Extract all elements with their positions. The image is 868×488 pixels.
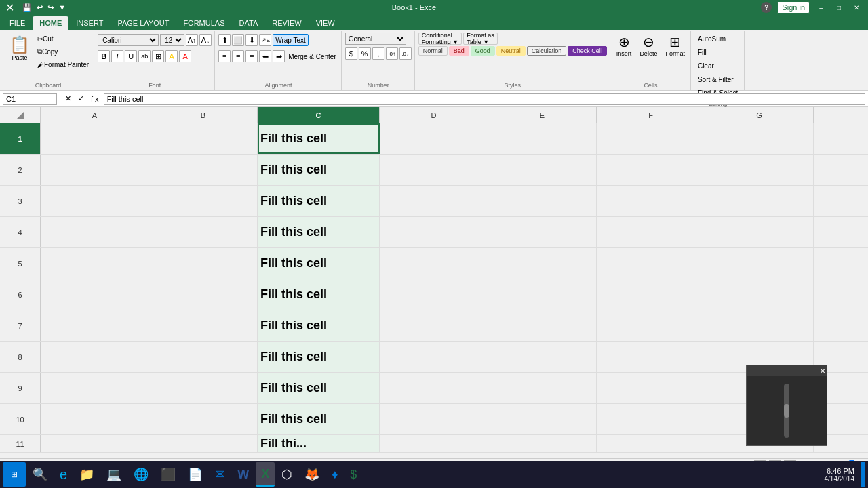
cell-d5[interactable] [380,248,488,279]
cell-f9[interactable] [597,373,705,403]
cell-d10[interactable] [380,404,488,434]
maximize-button[interactable]: □ [833,2,845,13]
cell-d4[interactable] [380,217,488,247]
formula-input[interactable] [104,93,865,105]
tab-view[interactable]: VIEW [309,16,342,30]
format-as-table-button[interactable]: Format asTable ▼ [463,33,498,45]
help-button[interactable]: ? [761,2,772,13]
cell-c3[interactable]: Fill this cell [258,186,380,216]
delete-cells-button[interactable]: ⊖ Delete [637,33,660,58]
col-header-e[interactable]: E [488,107,597,123]
comma-button[interactable]: , [372,47,384,60]
search-button[interactable]: 🔍 [27,462,53,487]
font-size-select[interactable]: 12 [160,34,184,46]
font-name-select[interactable]: Calibri [98,34,159,46]
insert-cells-button[interactable]: ⊕ Insert [614,33,635,58]
align-top-button[interactable]: ⬆ [218,34,231,46]
cell-c6[interactable]: Fill this cell [258,279,380,310]
cell-c7[interactable]: Fill this cell [258,310,380,341]
cell-g3[interactable] [705,186,814,216]
cell-g2[interactable] [705,155,814,185]
cell-e7[interactable] [488,310,597,341]
orientation-button[interactable]: ↗a [259,34,271,46]
cell-f10[interactable] [597,404,705,434]
row-num-9[interactable]: 9 [0,373,41,403]
row-num-6[interactable]: 6 [0,279,41,310]
cell-f2[interactable] [597,155,705,185]
conditional-formatting-button[interactable]: ConditionalFormatting ▼ [418,33,462,45]
cancel-formula-button[interactable]: ✕ [63,94,73,104]
cell-b11[interactable] [149,435,258,452]
cell-a9[interactable] [41,373,149,403]
cell-f4[interactable] [597,217,705,247]
clear-button[interactable]: Clear [694,60,717,72]
cell-a8[interactable] [41,342,149,372]
cell-d6[interactable] [380,279,488,310]
align-left-button[interactable]: ≡ [218,50,231,62]
cell-a3[interactable] [41,186,149,216]
tab-data[interactable]: DATA [233,16,265,30]
show-desktop-button[interactable] [861,462,865,487]
cell-g1[interactable] [705,123,814,154]
mini-panel-close[interactable]: ✕ [820,367,825,375]
italic-button[interactable]: I [111,50,123,62]
cell-c5[interactable]: Fill this cell [258,248,380,279]
row-num-7[interactable]: 7 [0,310,41,341]
cell-f11[interactable] [597,435,705,452]
cell-g5[interactable] [705,248,814,279]
cell-c11[interactable]: Fill thi... [258,435,380,452]
word-button[interactable]: W [232,462,254,487]
col-header-b[interactable]: B [149,107,258,123]
cell-c4[interactable]: Fill this cell [258,217,380,247]
excel-button[interactable]: X [256,462,275,487]
cell-d8[interactable] [380,342,488,372]
cell-a2[interactable] [41,155,149,185]
row-num-5[interactable]: 5 [0,248,41,279]
dec-increase-button[interactable]: .0↑ [386,47,398,60]
percent-button[interactable]: % [359,47,371,60]
cell-d9[interactable] [380,373,488,403]
cell-d11[interactable] [380,435,488,452]
decrease-font-button[interactable]: A↓ [199,34,212,46]
col-header-g[interactable]: G [705,107,814,123]
cell-f8[interactable] [597,342,705,372]
cell-c9[interactable]: Fill this cell [258,373,380,403]
cell-b5[interactable] [149,248,258,279]
cell-e4[interactable] [488,217,597,247]
row-num-2[interactable]: 2 [0,155,41,185]
format-cells-button[interactable]: ⊞ Format [663,33,688,58]
close-button[interactable]: ✕ [850,2,863,13]
cell-d1[interactable] [380,123,488,154]
style-bad[interactable]: Bad [449,46,469,56]
cut-button[interactable]: ✂ Cut [35,33,91,45]
cell-b9[interactable] [149,373,258,403]
row-num-4[interactable]: 4 [0,217,41,247]
col-header-c[interactable]: C [258,107,380,123]
align-right-button[interactable]: ≡ [245,50,258,62]
cell-b8[interactable] [149,342,258,372]
style-check-cell[interactable]: Check Cell [568,46,607,56]
align-bottom-button[interactable]: ⬇ [245,34,258,46]
cell-e2[interactable] [488,155,597,185]
cell-f3[interactable] [597,186,705,216]
decrease-indent-button[interactable]: ⬅ [259,50,271,62]
sign-in-button[interactable]: Sign in [777,1,810,14]
row-num-11[interactable]: 11 [0,435,41,452]
unknown-button[interactable]: ⬡ [276,462,298,487]
cell-b3[interactable] [149,186,258,216]
tab-file[interactable]: FILE [3,16,32,30]
style-good[interactable]: Good [471,46,495,56]
ie-button[interactable]: e [54,462,73,487]
cell-e11[interactable] [488,435,597,452]
cell-e1[interactable] [488,123,597,154]
cell-g4[interactable] [705,217,814,247]
cell-d7[interactable] [380,310,488,341]
confirm-formula-button[interactable]: ✓ [76,94,86,104]
name-box[interactable]: C1 [3,93,57,105]
cell-d3[interactable] [380,186,488,216]
minimize-button[interactable]: – [815,2,827,13]
dollar-button[interactable]: $ [345,47,357,60]
row-num-1[interactable]: 1 [0,123,41,154]
cell-a6[interactable] [41,279,149,310]
cell-a4[interactable] [41,217,149,247]
